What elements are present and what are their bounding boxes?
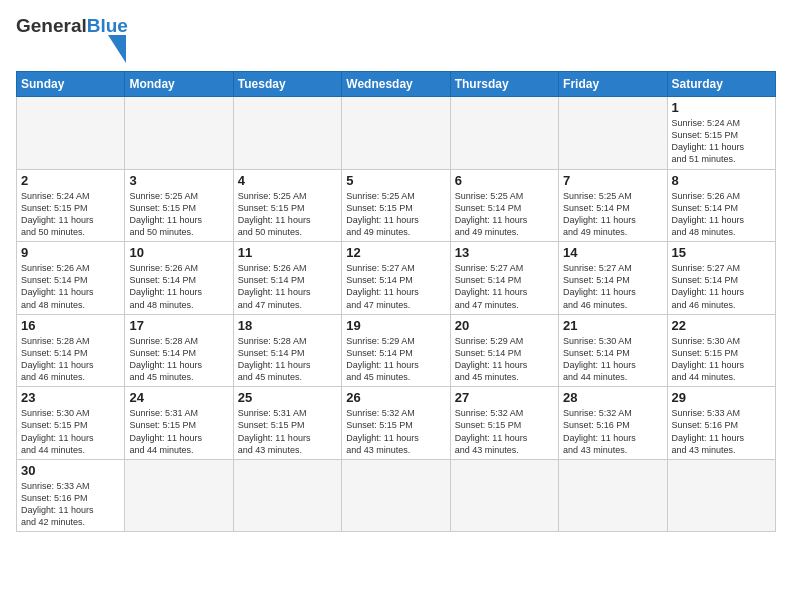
logo-blue: Blue — [87, 15, 128, 36]
calendar-cell: 23Sunrise: 5:30 AM Sunset: 5:15 PM Dayli… — [17, 387, 125, 460]
day-number: 14 — [563, 245, 662, 260]
day-info: Sunrise: 5:26 AM Sunset: 5:14 PM Dayligh… — [129, 262, 228, 311]
day-number: 15 — [672, 245, 771, 260]
calendar-cell: 18Sunrise: 5:28 AM Sunset: 5:14 PM Dayli… — [233, 314, 341, 387]
day-info: Sunrise: 5:29 AM Sunset: 5:14 PM Dayligh… — [455, 335, 554, 384]
day-info: Sunrise: 5:25 AM Sunset: 5:15 PM Dayligh… — [129, 190, 228, 239]
day-number: 4 — [238, 173, 337, 188]
calendar-week-4: 16Sunrise: 5:28 AM Sunset: 5:14 PM Dayli… — [17, 314, 776, 387]
day-info: Sunrise: 5:31 AM Sunset: 5:15 PM Dayligh… — [129, 407, 228, 456]
calendar-cell: 9Sunrise: 5:26 AM Sunset: 5:14 PM Daylig… — [17, 242, 125, 315]
day-info: Sunrise: 5:27 AM Sunset: 5:14 PM Dayligh… — [563, 262, 662, 311]
day-number: 19 — [346, 318, 445, 333]
calendar-week-2: 2Sunrise: 5:24 AM Sunset: 5:15 PM Daylig… — [17, 169, 776, 242]
day-info: Sunrise: 5:25 AM Sunset: 5:15 PM Dayligh… — [238, 190, 337, 239]
calendar-cell — [559, 459, 667, 532]
day-info: Sunrise: 5:26 AM Sunset: 5:14 PM Dayligh… — [672, 190, 771, 239]
day-number: 16 — [21, 318, 120, 333]
day-info: Sunrise: 5:24 AM Sunset: 5:15 PM Dayligh… — [672, 117, 771, 166]
day-info: Sunrise: 5:27 AM Sunset: 5:14 PM Dayligh… — [672, 262, 771, 311]
calendar-cell — [342, 97, 450, 170]
day-info: Sunrise: 5:27 AM Sunset: 5:14 PM Dayligh… — [346, 262, 445, 311]
calendar-cell — [450, 97, 558, 170]
calendar-cell: 28Sunrise: 5:32 AM Sunset: 5:16 PM Dayli… — [559, 387, 667, 460]
calendar-cell: 2Sunrise: 5:24 AM Sunset: 5:15 PM Daylig… — [17, 169, 125, 242]
calendar-cell: 3Sunrise: 5:25 AM Sunset: 5:15 PM Daylig… — [125, 169, 233, 242]
weekday-header-tuesday: Tuesday — [233, 72, 341, 97]
calendar-week-5: 23Sunrise: 5:30 AM Sunset: 5:15 PM Dayli… — [17, 387, 776, 460]
weekday-header-saturday: Saturday — [667, 72, 775, 97]
calendar-cell: 7Sunrise: 5:25 AM Sunset: 5:14 PM Daylig… — [559, 169, 667, 242]
calendar-cell: 26Sunrise: 5:32 AM Sunset: 5:15 PM Dayli… — [342, 387, 450, 460]
calendar-cell: 8Sunrise: 5:26 AM Sunset: 5:14 PM Daylig… — [667, 169, 775, 242]
day-number: 23 — [21, 390, 120, 405]
day-number: 10 — [129, 245, 228, 260]
day-info: Sunrise: 5:28 AM Sunset: 5:14 PM Dayligh… — [238, 335, 337, 384]
day-number: 17 — [129, 318, 228, 333]
day-number: 28 — [563, 390, 662, 405]
calendar-cell: 21Sunrise: 5:30 AM Sunset: 5:14 PM Dayli… — [559, 314, 667, 387]
day-number: 18 — [238, 318, 337, 333]
calendar-cell — [233, 459, 341, 532]
day-number: 12 — [346, 245, 445, 260]
weekday-header-sunday: Sunday — [17, 72, 125, 97]
page-header: GeneralBlue — [16, 16, 776, 63]
day-info: Sunrise: 5:32 AM Sunset: 5:15 PM Dayligh… — [346, 407, 445, 456]
logo: GeneralBlue — [16, 16, 130, 63]
day-info: Sunrise: 5:27 AM Sunset: 5:14 PM Dayligh… — [455, 262, 554, 311]
logo-general: General — [16, 15, 87, 36]
day-info: Sunrise: 5:26 AM Sunset: 5:14 PM Dayligh… — [238, 262, 337, 311]
calendar-cell — [559, 97, 667, 170]
calendar-cell — [17, 97, 125, 170]
day-number: 13 — [455, 245, 554, 260]
calendar-cell: 4Sunrise: 5:25 AM Sunset: 5:15 PM Daylig… — [233, 169, 341, 242]
calendar-cell: 12Sunrise: 5:27 AM Sunset: 5:14 PM Dayli… — [342, 242, 450, 315]
calendar-cell: 25Sunrise: 5:31 AM Sunset: 5:15 PM Dayli… — [233, 387, 341, 460]
calendar-cell — [233, 97, 341, 170]
calendar-cell: 27Sunrise: 5:32 AM Sunset: 5:15 PM Dayli… — [450, 387, 558, 460]
calendar-cell — [125, 459, 233, 532]
day-number: 2 — [21, 173, 120, 188]
day-info: Sunrise: 5:25 AM Sunset: 5:14 PM Dayligh… — [455, 190, 554, 239]
day-number: 22 — [672, 318, 771, 333]
day-info: Sunrise: 5:29 AM Sunset: 5:14 PM Dayligh… — [346, 335, 445, 384]
calendar-cell: 11Sunrise: 5:26 AM Sunset: 5:14 PM Dayli… — [233, 242, 341, 315]
day-info: Sunrise: 5:32 AM Sunset: 5:15 PM Dayligh… — [455, 407, 554, 456]
calendar-cell: 6Sunrise: 5:25 AM Sunset: 5:14 PM Daylig… — [450, 169, 558, 242]
day-number: 30 — [21, 463, 120, 478]
day-number: 11 — [238, 245, 337, 260]
day-number: 8 — [672, 173, 771, 188]
weekday-header-monday: Monday — [125, 72, 233, 97]
calendar-week-1: 1Sunrise: 5:24 AM Sunset: 5:15 PM Daylig… — [17, 97, 776, 170]
calendar-cell — [667, 459, 775, 532]
calendar-week-6: 30Sunrise: 5:33 AM Sunset: 5:16 PM Dayli… — [17, 459, 776, 532]
calendar-table: SundayMondayTuesdayWednesdayThursdayFrid… — [16, 71, 776, 532]
weekday-header-friday: Friday — [559, 72, 667, 97]
calendar-cell: 15Sunrise: 5:27 AM Sunset: 5:14 PM Dayli… — [667, 242, 775, 315]
day-info: Sunrise: 5:28 AM Sunset: 5:14 PM Dayligh… — [21, 335, 120, 384]
day-info: Sunrise: 5:30 AM Sunset: 5:15 PM Dayligh… — [21, 407, 120, 456]
day-number: 27 — [455, 390, 554, 405]
weekday-header-thursday: Thursday — [450, 72, 558, 97]
day-number: 7 — [563, 173, 662, 188]
day-number: 5 — [346, 173, 445, 188]
day-info: Sunrise: 5:30 AM Sunset: 5:15 PM Dayligh… — [672, 335, 771, 384]
day-number: 9 — [21, 245, 120, 260]
day-info: Sunrise: 5:32 AM Sunset: 5:16 PM Dayligh… — [563, 407, 662, 456]
day-number: 1 — [672, 100, 771, 115]
calendar-week-3: 9Sunrise: 5:26 AM Sunset: 5:14 PM Daylig… — [17, 242, 776, 315]
calendar-cell — [342, 459, 450, 532]
calendar-cell: 20Sunrise: 5:29 AM Sunset: 5:14 PM Dayli… — [450, 314, 558, 387]
day-info: Sunrise: 5:30 AM Sunset: 5:14 PM Dayligh… — [563, 335, 662, 384]
day-number: 24 — [129, 390, 228, 405]
calendar-cell — [450, 459, 558, 532]
day-info: Sunrise: 5:33 AM Sunset: 5:16 PM Dayligh… — [672, 407, 771, 456]
day-info: Sunrise: 5:28 AM Sunset: 5:14 PM Dayligh… — [129, 335, 228, 384]
calendar-cell: 17Sunrise: 5:28 AM Sunset: 5:14 PM Dayli… — [125, 314, 233, 387]
calendar-cell: 16Sunrise: 5:28 AM Sunset: 5:14 PM Dayli… — [17, 314, 125, 387]
day-number: 26 — [346, 390, 445, 405]
day-info: Sunrise: 5:25 AM Sunset: 5:14 PM Dayligh… — [563, 190, 662, 239]
calendar-cell: 30Sunrise: 5:33 AM Sunset: 5:16 PM Dayli… — [17, 459, 125, 532]
calendar-cell: 29Sunrise: 5:33 AM Sunset: 5:16 PM Dayli… — [667, 387, 775, 460]
calendar-cell: 5Sunrise: 5:25 AM Sunset: 5:15 PM Daylig… — [342, 169, 450, 242]
